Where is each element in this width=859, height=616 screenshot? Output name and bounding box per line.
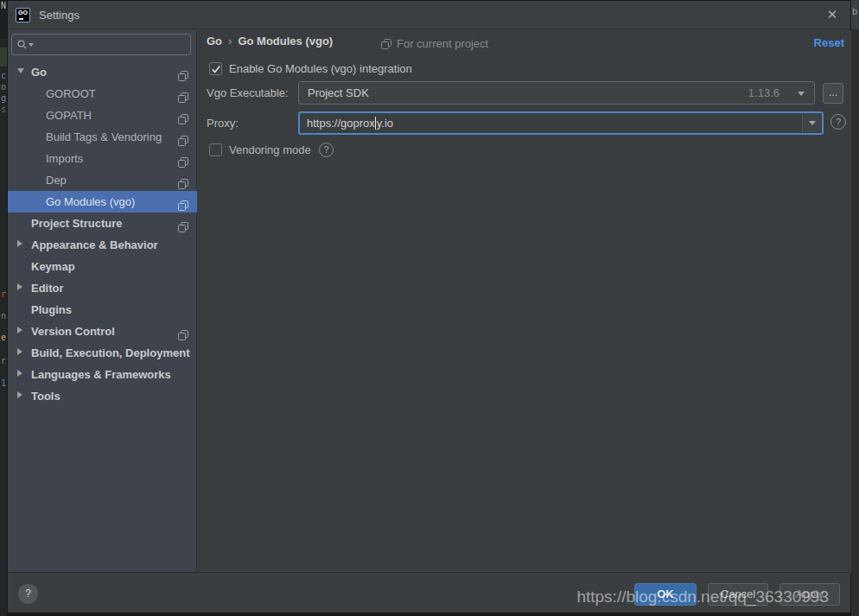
sidebar-item-label: Tools	[31, 385, 60, 407]
current-project-badge-icon	[381, 39, 391, 49]
current-project-badge-icon	[178, 175, 188, 185]
sidebar-item-tools[interactable]: Tools	[8, 385, 197, 407]
current-project-badge-icon	[178, 196, 188, 206]
sidebar-item-appearance-behavior[interactable]: Appearance & Behavior	[8, 234, 197, 256]
apply-button[interactable]: Apply	[779, 583, 840, 606]
vgo-sdk-version: 1.13.6	[748, 86, 779, 99]
current-project-badge-icon	[178, 153, 188, 163]
current-project-badge-icon	[178, 131, 188, 142]
sidebar-item-build-tags-vendoring[interactable]: Build Tags & Vendoring	[8, 126, 197, 148]
search-options-chevron-icon[interactable]	[29, 43, 34, 47]
proxy-dropdown-button[interactable]	[802, 114, 821, 132]
help-button[interactable]: ?	[18, 584, 38, 604]
sidebar-item-label: Keymap	[31, 256, 75, 277]
sidebar-item-build-execution-deployment[interactable]: Build, Execution, Deployment	[8, 342, 197, 364]
breadcrumb-current: Go Modules (vgo)	[238, 35, 333, 48]
breadcrumb: Go›Go Modules (vgo)	[207, 35, 333, 48]
tree-expanded-icon[interactable]	[17, 68, 24, 73]
sidebar-item-label: Editor	[31, 277, 64, 299]
sidebar-item-label: Appearance & Behavior	[31, 234, 158, 256]
dialog-title: Settings	[39, 9, 80, 22]
proxy-help-icon[interactable]: ?	[830, 114, 846, 130]
enable-vgo-checkbox-row[interactable]: Enable Go Modules (vgo) integration	[209, 62, 412, 75]
sidebar-item-label: Languages & Frameworks	[31, 364, 171, 385]
search-input[interactable]	[37, 39, 175, 51]
close-icon[interactable]: ✕	[821, 4, 843, 25]
sidebar-item-label: Imports	[46, 148, 83, 169]
vendoring-checkbox-row[interactable]: Vendoring mode	[209, 143, 311, 156]
sidebar-item-label: Plugins	[31, 299, 72, 321]
vendoring-help-icon[interactable]: ?	[319, 143, 334, 157]
tree-collapsed-icon[interactable]	[17, 391, 22, 398]
sidebar-item-gopath[interactable]: GOPATH	[8, 105, 197, 126]
tree-collapsed-icon[interactable]	[17, 240, 22, 247]
sidebar-item-label: Dep	[46, 169, 67, 191]
sidebar-item-label: Build, Execution, Deployment	[31, 342, 189, 364]
screen: N c o g s r n e r 1 b GO Settings ✕	[0, 0, 859, 616]
search-icon	[17, 40, 27, 49]
current-project-badge-icon	[178, 326, 188, 336]
sidebar-item-version-control[interactable]: Version Control	[8, 321, 197, 342]
settings-sidebar: GoGOROOTGOPATHBuild Tags & VendoringImpo…	[8, 30, 197, 574]
vgo-executable-value: Project SDK	[308, 86, 369, 99]
proxy-label: Proxy:	[207, 117, 239, 130]
sidebar-item-languages-frameworks[interactable]: Languages & Frameworks	[8, 364, 197, 385]
tree-collapsed-icon[interactable]	[17, 348, 22, 355]
settings-search-box[interactable]	[11, 34, 191, 55]
breadcrumb-separator: ›	[222, 35, 238, 48]
sidebar-item-project-structure[interactable]: Project Structure	[8, 213, 197, 234]
proxy-input[interactable]: https://goproxy.io	[298, 111, 824, 135]
background-editor-strip-left: N c o g s r n e r 1	[0, 0, 7, 616]
tree-collapsed-icon[interactable]	[17, 370, 22, 377]
chevron-down-icon	[798, 92, 805, 96]
vgo-executable-select[interactable]: Project SDK 1.13.6	[298, 81, 815, 105]
background-editor-strip-right: b	[851, 0, 859, 616]
tree-collapsed-icon[interactable]	[17, 283, 22, 290]
vgo-browse-button[interactable]: ...	[823, 83, 843, 104]
proxy-value: https://goprox	[307, 117, 375, 130]
current-project-badge-icon	[178, 218, 188, 228]
checkmark-icon	[211, 64, 221, 74]
vgo-executable-label: Vgo Executable:	[207, 86, 289, 99]
sidebar-item-label: Version Control	[31, 321, 115, 342]
sidebar-item-label: Build Tags & Vendoring	[46, 126, 162, 148]
reset-link[interactable]: Reset	[814, 36, 844, 49]
vendoring-checkbox[interactable]	[209, 143, 222, 156]
tree-collapsed-icon[interactable]	[17, 327, 22, 333]
sidebar-item-label: Go Modules (vgo)	[46, 191, 135, 213]
sidebar-item-plugins[interactable]: Plugins	[8, 299, 197, 321]
chevron-down-icon	[809, 121, 816, 125]
cancel-button[interactable]: Cancel	[708, 583, 768, 606]
sidebar-item-label: GOROOT	[46, 83, 96, 105]
current-project-badge-icon	[178, 110, 188, 120]
ok-button[interactable]: OK	[634, 583, 697, 606]
settings-dialog: GO Settings ✕ GoGOROOTGOPATHBuild Tags &…	[7, 0, 851, 616]
sidebar-item-dep[interactable]: Dep	[8, 169, 197, 191]
breadcrumb-parent[interactable]: Go	[207, 35, 222, 48]
settings-tree: GoGOROOTGOPATHBuild Tags & VendoringImpo…	[8, 61, 197, 407]
vendoring-label: Vendoring mode	[229, 143, 311, 156]
sidebar-item-go[interactable]: Go	[8, 61, 197, 83]
enable-vgo-label: Enable Go Modules (vgo) integration	[229, 62, 412, 75]
current-project-badge-icon	[178, 67, 188, 77]
scope-note: For current project	[381, 37, 488, 50]
sidebar-item-label: Go	[31, 61, 47, 83]
enable-vgo-checkbox[interactable]	[209, 62, 222, 75]
dialog-titlebar: GO Settings ✕	[8, 1, 850, 29]
goland-app-icon: GO	[16, 8, 30, 22]
sidebar-item-imports[interactable]: Imports	[8, 148, 197, 169]
current-project-badge-icon	[178, 88, 188, 98]
sidebar-item-go-modules-vgo[interactable]: Go Modules (vgo)	[8, 191, 197, 213]
sidebar-item-label: GOPATH	[46, 105, 92, 126]
sidebar-item-keymap[interactable]: Keymap	[8, 256, 197, 277]
sidebar-item-goroot[interactable]: GOROOT	[8, 83, 197, 105]
dialog-footer: ? OK Cancel Apply	[8, 572, 850, 615]
sidebar-item-label: Project Structure	[31, 213, 122, 234]
settings-main-panel: Go›Go Modules (vgo) For current project …	[198, 30, 851, 574]
sidebar-item-editor[interactable]: Editor	[8, 277, 197, 299]
